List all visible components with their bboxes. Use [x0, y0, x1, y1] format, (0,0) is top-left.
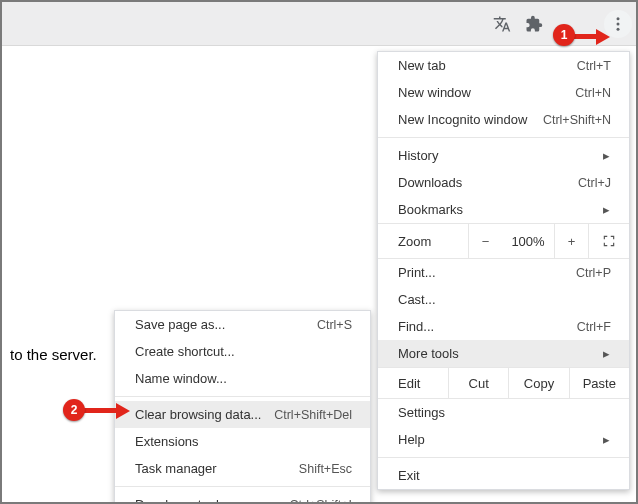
menu-more-tools[interactable]: More tools ▸ [378, 340, 629, 367]
submenu-name-window[interactable]: Name window... [115, 365, 370, 392]
menu-new-tab[interactable]: New tab Ctrl+T [378, 52, 629, 79]
annotation-badge-2: 2 [63, 399, 85, 421]
submenu-create-shortcut[interactable]: Create shortcut... [115, 338, 370, 365]
menu-bookmarks[interactable]: Bookmarks ▸ [378, 196, 629, 223]
menu-exit[interactable]: Exit [378, 462, 629, 489]
zoom-label: Zoom [378, 234, 468, 249]
submenu-developer-tools[interactable]: Developer tools Ctrl+Shift+I [115, 491, 370, 504]
vertical-dots-icon [609, 15, 627, 33]
edit-label: Edit [378, 376, 448, 391]
zoom-out-button[interactable]: − [468, 224, 502, 258]
menu-new-incognito[interactable]: New Incognito window Ctrl+Shift+N [378, 106, 629, 133]
fullscreen-icon [602, 234, 616, 248]
translate-icon[interactable] [488, 10, 516, 38]
svg-point-0 [617, 17, 620, 20]
menu-find[interactable]: Find... Ctrl+F [378, 313, 629, 340]
submenu-clear-browsing-data[interactable]: Clear browsing data... Ctrl+Shift+Del [115, 401, 370, 428]
svg-point-1 [617, 22, 620, 25]
more-tools-submenu: Save page as... Ctrl+S Create shortcut..… [114, 310, 371, 504]
page-text-fragment: to the server. [10, 346, 97, 363]
edit-cut-button[interactable]: Cut [448, 368, 508, 398]
submenu-extensions[interactable]: Extensions [115, 428, 370, 455]
menu-print[interactable]: Print... Ctrl+P [378, 259, 629, 286]
puzzle-icon[interactable] [520, 10, 548, 38]
zoom-percent: 100% [502, 234, 554, 249]
menu-help[interactable]: Help ▸ [378, 426, 629, 453]
submenu-task-manager[interactable]: Task manager Shift+Esc [115, 455, 370, 482]
chevron-right-icon: ▸ [601, 205, 611, 215]
fullscreen-button[interactable] [588, 224, 628, 258]
edit-copy-button[interactable]: Copy [508, 368, 568, 398]
menu-settings[interactable]: Settings [378, 399, 629, 426]
separator [378, 137, 629, 138]
menu-edit-row: Edit Cut Copy Paste [378, 367, 629, 399]
menu-new-window[interactable]: New window Ctrl+N [378, 79, 629, 106]
annotation-arrow-2 [78, 404, 132, 420]
chevron-right-icon: ▸ [601, 349, 611, 359]
chevron-right-icon: ▸ [601, 151, 611, 161]
edit-paste-button[interactable]: Paste [569, 368, 629, 398]
separator [115, 486, 370, 487]
annotation-badge-1: 1 [553, 24, 575, 46]
separator [378, 457, 629, 458]
zoom-in-button[interactable]: + [554, 224, 588, 258]
separator [115, 396, 370, 397]
chevron-right-icon: ▸ [601, 435, 611, 445]
menu-zoom-row: Zoom − 100% + [378, 223, 629, 259]
menu-cast[interactable]: Cast... [378, 286, 629, 313]
toolbar [2, 2, 636, 46]
menu-downloads[interactable]: Downloads Ctrl+J [378, 169, 629, 196]
svg-point-2 [617, 27, 620, 30]
menu-history[interactable]: History ▸ [378, 142, 629, 169]
submenu-save-page[interactable]: Save page as... Ctrl+S [115, 311, 370, 338]
chrome-main-menu: New tab Ctrl+T New window Ctrl+N New Inc… [377, 51, 630, 490]
